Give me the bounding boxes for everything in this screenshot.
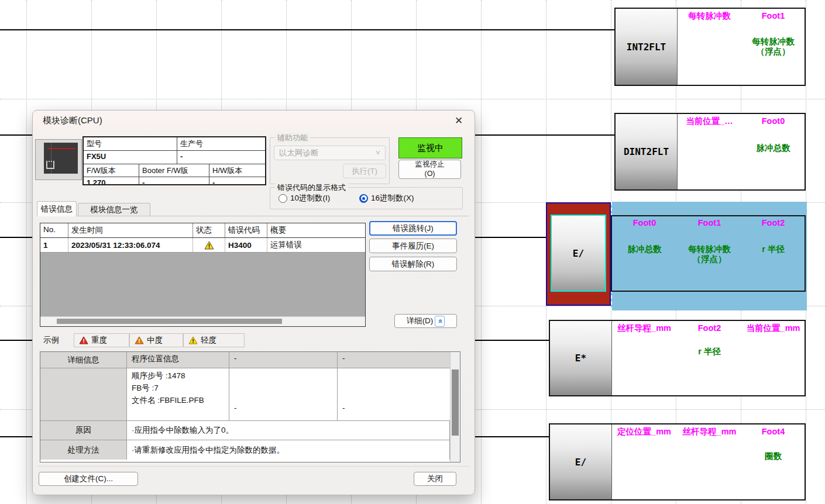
tab-baseline xyxy=(37,216,469,216)
fbd-block-emul[interactable]: E* 丝杆导程_mm Foot2 r 半径 当前位置_mm xyxy=(549,320,806,396)
tab-error-info[interactable]: 错误信息 xyxy=(37,201,77,216)
block-name[interactable]: E/ xyxy=(550,424,612,499)
pin-label[interactable]: r 半径 xyxy=(677,347,742,357)
severity-moderate-icon xyxy=(135,336,144,344)
detail-toggle-button[interactable]: 详细(D) » xyxy=(394,314,457,328)
legend-text: 中度 xyxy=(147,335,163,346)
pin-label[interactable]: 每转脉冲数 （浮点） xyxy=(677,244,742,265)
table-row[interactable]: 1 2023/05/31 12:33:06.074 H3400 运算错误 xyxy=(40,238,365,253)
block-name[interactable]: DINT2FLT xyxy=(616,114,678,189)
pin-label[interactable]: 每转脉冲数 xyxy=(677,11,742,21)
cell-error-code: H3400 xyxy=(225,238,267,252)
fbd-block-ediv2[interactable]: E/ 定位位置_mm 丝杆导程_mm Foot4 圈数 xyxy=(549,423,806,500)
warning-minor-icon xyxy=(193,238,225,252)
cpu-module-graphic xyxy=(44,143,78,174)
block-name[interactable]: E* xyxy=(550,321,612,395)
chevron-up-double-icon: » xyxy=(435,316,445,327)
pin-label[interactable]: 丝杆导程_mm xyxy=(611,323,677,333)
pin-label[interactable]: Foot0 xyxy=(612,218,677,228)
stop-monitoring-button[interactable]: 监视停止 (O) xyxy=(398,160,461,179)
pin-label[interactable]: 每转脉冲数 （浮点） xyxy=(742,37,805,57)
info-value: - xyxy=(139,177,209,185)
scrollbar-thumb[interactable] xyxy=(452,370,459,436)
execute-button[interactable]: 执行(T) xyxy=(343,164,386,178)
create-file-button[interactable]: 创建文件(C)... xyxy=(39,472,138,486)
radio-selected-icon[interactable] xyxy=(359,194,368,203)
aux-function-group: 辅助功能 以太网诊断 ˅ 执行(T) xyxy=(270,137,390,184)
info-header: 型号 xyxy=(84,137,177,150)
group-legend: 错误代码的显示格式 xyxy=(275,182,348,193)
combo-value: 以太网诊断 xyxy=(279,148,319,158)
pin-label[interactable]: Foot4 xyxy=(742,427,805,437)
pin-label[interactable]: Foot1 xyxy=(677,218,742,228)
error-table-header: No. 发生时间 状态 错误代码 概要 xyxy=(40,223,365,238)
program-info-label: 程序位置信息 xyxy=(127,352,229,368)
severity-major-icon xyxy=(79,336,88,344)
info-value: - xyxy=(209,177,265,185)
legend-text: 重度 xyxy=(91,335,107,346)
legend-label: 示例 xyxy=(43,335,59,346)
pin-label[interactable]: Foot1 xyxy=(742,11,805,21)
pin-label[interactable]: 丝杆导程_mm xyxy=(677,427,742,437)
info-header: 生产号 xyxy=(177,137,265,150)
pin-label[interactable]: 当前位置_mm xyxy=(742,323,805,333)
radio-hex[interactable]: 16进制数(X) xyxy=(359,193,414,203)
scrollbar-thumb[interactable] xyxy=(57,319,282,324)
monitoring-status-button[interactable]: 监视中 xyxy=(398,137,462,158)
horizontal-scrollbar[interactable] xyxy=(40,316,365,326)
col-header: 状态 xyxy=(193,223,225,237)
radio-icon[interactable] xyxy=(279,194,287,203)
pin-label[interactable]: Foot2 xyxy=(742,218,805,228)
pin-label[interactable]: 定位位置_mm xyxy=(611,427,677,437)
info-value: 1.270 xyxy=(84,177,139,185)
legend-text: 轻度 xyxy=(201,335,216,346)
info-value: FX5U xyxy=(84,151,177,164)
cell-time: 2023/05/31 12:33:06.074 xyxy=(68,238,193,252)
cpu-module-image xyxy=(35,139,82,180)
radio-label: 16进制数(X) xyxy=(371,193,414,203)
info-value: - xyxy=(177,151,265,164)
pin-label[interactable]: 当前位置_… xyxy=(677,116,742,126)
selected-block-pin-area: Foot0 Foot1 Foot2 脉冲总数 每转脉冲数 （浮点） r 半径 xyxy=(611,215,806,292)
fbd-block-ediv-selected[interactable]: E/ xyxy=(546,202,611,306)
col-header: No. xyxy=(40,223,68,237)
connection-wire xyxy=(0,29,614,30)
close-button[interactable]: 关闭 xyxy=(414,472,456,486)
remedy-label: 处理方法 xyxy=(40,440,127,460)
fbd-block-int2flt[interactable]: INT2FLT 每转脉冲数 Foot1 每转脉冲数 （浮点） xyxy=(614,8,806,86)
legend-item-moderate: 中度 xyxy=(129,333,183,347)
cause-text: ·应用指令中除数输入为了0。 xyxy=(127,421,450,440)
event-history-button[interactable]: 事件履历(E) xyxy=(369,239,457,253)
error-jump-button[interactable]: 错误跳转(J) xyxy=(369,221,457,236)
detail-cell: - xyxy=(338,368,450,421)
pin-label[interactable]: Foot0 xyxy=(742,116,805,126)
pin-label[interactable]: 脉冲总数 xyxy=(612,244,677,254)
error-clear-button[interactable]: 错误解除(R) xyxy=(369,257,457,271)
pin-label[interactable]: 脉冲总数 xyxy=(742,143,805,153)
block-name[interactable]: E/ xyxy=(551,215,606,292)
fbd-block-dint2flt[interactable]: DINT2FLT 当前位置_… Foot0 脉冲总数 xyxy=(614,113,806,191)
group-legend: 辅助功能 xyxy=(275,133,310,143)
col-header: 发生时间 xyxy=(68,223,193,237)
radio-label: 10进制数(I) xyxy=(290,193,330,203)
vertical-scrollbar[interactable] xyxy=(450,352,460,462)
pin-label[interactable]: Foot2 xyxy=(677,323,742,333)
detail-cell: - xyxy=(338,352,450,368)
pin-label[interactable]: 圈数 xyxy=(742,451,805,461)
dialog-title: 模块诊断(CPU) xyxy=(43,115,102,126)
legend-item-major: 重度 xyxy=(74,333,129,347)
tab-module-info-list[interactable]: 模块信息一览 xyxy=(78,203,150,216)
program-location-info: 顺序步号 :1478 FB号 :7 文件名 :FBFILE.PFB xyxy=(127,368,229,421)
aux-function-select[interactable]: 以太网诊断 ˅ xyxy=(274,146,386,160)
pin-label[interactable]: r 半径 xyxy=(742,244,805,254)
module-diagnostics-dialog: 模块诊断(CPU) ✕ 型号 生产号 FX5U - F/W版本 Booter F… xyxy=(32,110,475,495)
radio-decimal[interactable]: 10进制数(I) xyxy=(279,193,330,203)
detail-cell: - xyxy=(229,352,338,368)
block-name[interactable]: INT2FLT xyxy=(616,9,678,85)
detail-cell: - xyxy=(229,368,338,421)
col-header: 概要 xyxy=(267,223,365,237)
module-info-table: 型号 生产号 FX5U - F/W版本 Booter F/W版 H/W版本 1.… xyxy=(82,136,266,185)
legend-item-minor: 轻度 xyxy=(183,333,245,347)
info-header: Booter F/W版 xyxy=(139,164,209,177)
close-icon[interactable]: ✕ xyxy=(452,115,465,127)
